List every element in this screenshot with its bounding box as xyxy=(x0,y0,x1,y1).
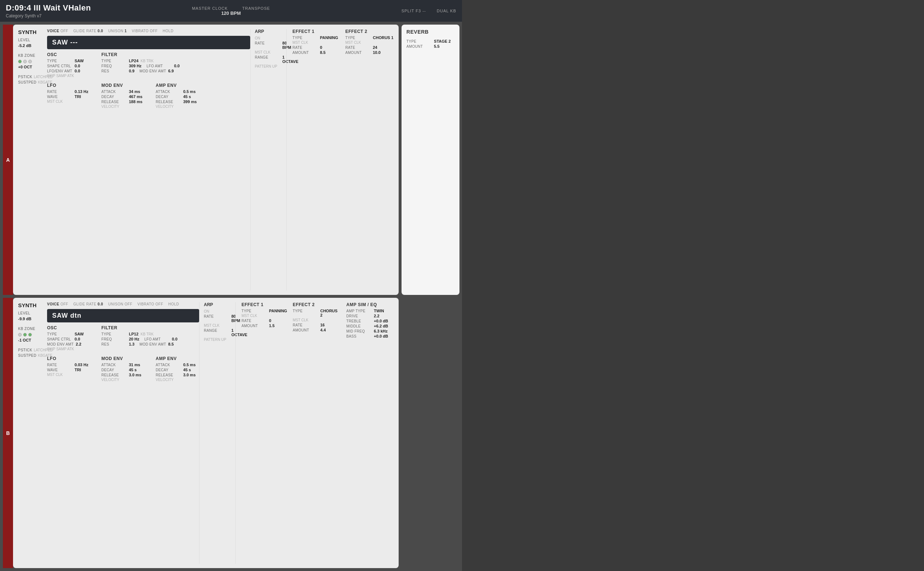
lfo-b: LFO RATE 0.03 Hz WAVE TRI MST CLK xyxy=(47,356,91,383)
dual-kb-label[interactable]: DUAL KB xyxy=(437,9,456,13)
filter-b: FILTER TYPE LP12 KB TRK FREQ 20 Hz LFO A… xyxy=(101,325,178,352)
dot-1 xyxy=(18,60,22,63)
side-label-a: A xyxy=(3,25,13,295)
lfo-a: LFO RATE 0.13 Hz WAVE TRI MST CLK xyxy=(47,83,91,109)
hold-a: HOLD xyxy=(162,29,173,33)
split-label: SPLIT F3 -- xyxy=(402,9,426,13)
unison-b: UNISON OFF xyxy=(108,302,133,306)
synth-a-dots xyxy=(18,60,43,63)
header: D:09:4 III Wait VHalen Category Synth v7… xyxy=(0,0,462,22)
osc-b: OSC TYPE SAW SHAPE CTRL 0.0 MOD ENV AMT xyxy=(47,325,91,352)
panel-a: SYNTH LEVEL -5.2 dB KB ZONE +0 OCT PSTIC… xyxy=(13,25,399,295)
amp-env-a: AMP ENV ATTACK 0.5 ms DECAY 45 s RELEASE xyxy=(156,83,199,109)
amp-sim-b: AMP SIM / EQ AMP TYPE TWIN DRIVE 2.2 TRE… xyxy=(346,302,394,564)
amp-env-b: AMP ENV ATTACK 0.5 ms DECAY 45 s RELEASE xyxy=(156,356,199,383)
synth-b-title: SYNTH xyxy=(18,302,43,308)
effects-a: EFFECT 1 TYPE PANNING MST CLK RATE 0 AMO… xyxy=(286,29,394,290)
master-clock-label[interactable]: MASTER CLOCK xyxy=(192,6,228,11)
header-center: MASTER CLOCK TRANSPOSE 120 BPM xyxy=(192,6,270,16)
synth-b-left: SYNTH LEVEL -9.9 dB KB ZONE -1 OCT PSTIC… xyxy=(18,302,47,564)
synth-b-main: VOICE OFF GLIDE RATE 0.0 UNISON OFF VIBR… xyxy=(47,302,199,564)
voice-off-b: VOICE OFF xyxy=(47,302,68,306)
osc-a: OSC TYPE SAW SHAPE CTRL 0.0 LFO/ENV AMT xyxy=(47,52,91,79)
hold-b: HOLD xyxy=(168,302,179,306)
synth-a-sections: OSC TYPE SAW SHAPE CTRL 0.0 LFO/ENV AMT xyxy=(47,52,250,79)
synth-a-level-value: -5.2 dB xyxy=(18,43,43,48)
dot-2 xyxy=(23,60,27,63)
synth-a-sustped-label: SUSTPED xyxy=(18,80,37,84)
arp-b: ARP ON RATE 80 BPM MST CLK RANGE 1 OCTAV… xyxy=(199,302,235,564)
synth-a-pstick-label: PSTICK xyxy=(18,75,32,79)
vibrato-b: VIBRATO OFF xyxy=(138,302,163,306)
effect1-a: EFFECT 1 TYPE PANNING MST CLK RATE 0 AMO… xyxy=(292,29,338,290)
panel-b-row: B SYNTH LEVEL -9.9 dB KB ZONE -1 OCT xyxy=(3,298,459,568)
header-center-top: MASTER CLOCK TRANSPOSE xyxy=(192,6,270,11)
panel-b: SYNTH LEVEL -9.9 dB KB ZONE -1 OCT PSTIC… xyxy=(13,298,399,568)
synth-b-sections: OSC TYPE SAW SHAPE CTRL 0.0 MOD ENV AMT xyxy=(47,325,199,352)
synth-a-header: VOICE OFF GLIDE RATE 0.0 UNISON 1 VIBRAT… xyxy=(47,29,250,33)
glide-b: GLIDE RATE 0.0 xyxy=(73,302,103,306)
preset-name-b[interactable]: SAW dtn xyxy=(47,309,199,323)
vibrato-a: VIBRATO OFF xyxy=(132,29,158,33)
synth-b-sustped-label: SUSTPED xyxy=(18,353,37,358)
preset-name-a[interactable]: SAW --- xyxy=(47,36,250,49)
synth-a-kbzone-label: KB ZONE xyxy=(18,54,43,57)
dot-b-1 xyxy=(18,333,22,336)
dot-3 xyxy=(28,60,32,63)
transpose-label[interactable]: TRANSPOSE xyxy=(242,6,270,11)
panels-area: A SYNTH LEVEL -5.2 dB KB ZONE +0 OCT xyxy=(0,22,462,571)
header-right: SPLIT F3 -- DUAL KB xyxy=(402,9,456,13)
dot-b-3 xyxy=(28,333,32,336)
synth-a-left: SYNTH LEVEL -5.2 dB KB ZONE +0 OCT PSTIC… xyxy=(18,29,47,290)
synth-a-title: SYNTH xyxy=(18,29,43,35)
dot-b-2 xyxy=(23,333,27,336)
main-area: A SYNTH LEVEL -5.2 dB KB ZONE +0 OCT xyxy=(0,22,462,571)
voice-off-a: VOICE OFF xyxy=(47,29,68,33)
panel-b-spacer xyxy=(399,298,459,568)
glide-a: GLIDE RATE 0.0 xyxy=(73,29,103,33)
bpm-display: 120 BPM xyxy=(221,11,241,16)
synth-a-level-label: LEVEL xyxy=(18,38,43,42)
synth-b-level-value: -9.9 dB xyxy=(18,316,43,321)
mod-env-a: MOD ENV ATTACK 34 ms DECAY 467 ms RELEAS… xyxy=(101,83,145,109)
synth-b-kbzone-label: KB ZONE xyxy=(18,327,43,331)
mod-env-b: MOD ENV ATTACK 31 ms DECAY 45 s RELEASE xyxy=(101,356,145,383)
effect2-b: EFFECT 2 TYPE CHORUS 2 MST CLK RATE 16 A… xyxy=(292,302,339,564)
synth-b-dots xyxy=(18,333,43,336)
synth-a-octave: +0 OCT xyxy=(18,65,43,69)
synth-b-env-sections: LFO RATE 0.03 Hz WAVE TRI MST CLK xyxy=(47,356,199,383)
side-label-b: B xyxy=(3,298,13,568)
panel-a-row: A SYNTH LEVEL -5.2 dB KB ZONE +0 OCT xyxy=(3,25,459,295)
synth-a-main: VOICE OFF GLIDE RATE 0.0 UNISON 1 VIBRAT… xyxy=(47,29,250,290)
effect2-a: EFFECT 2 TYPE CHORUS 1 MST CLK RATE 24 A… xyxy=(345,29,394,290)
filter-a: FILTER TYPE LP24 KB TRK FREQ 309 Hz LFO … xyxy=(101,52,179,79)
synth-b-level-label: LEVEL xyxy=(18,311,43,315)
synth-b-pstick-label: PSTICK xyxy=(18,348,32,352)
effects-b: EFFECT 1 TYPE PANNING MST CLK RATE 0 AMO… xyxy=(235,302,394,564)
synth-a-env-sections: LFO RATE 0.13 Hz WAVE TRI MST CLK xyxy=(47,83,250,109)
synth-b-header: VOICE OFF GLIDE RATE 0.0 UNISON OFF VIBR… xyxy=(47,302,199,306)
unison-a: UNISON 1 xyxy=(108,29,127,33)
reverb-panel-a: REVERB TYPE STAGE 2 AMOUNT 5.5 xyxy=(402,25,459,295)
effect1-b: EFFECT 1 TYPE PANNING MST CLK RATE 0 AMO… xyxy=(241,302,285,564)
arp-a: ARP ON RATE 80 BPM MST CLK RANGE 1 OCTAV… xyxy=(250,29,286,290)
synth-b-octave: -1 OCT xyxy=(18,338,43,342)
